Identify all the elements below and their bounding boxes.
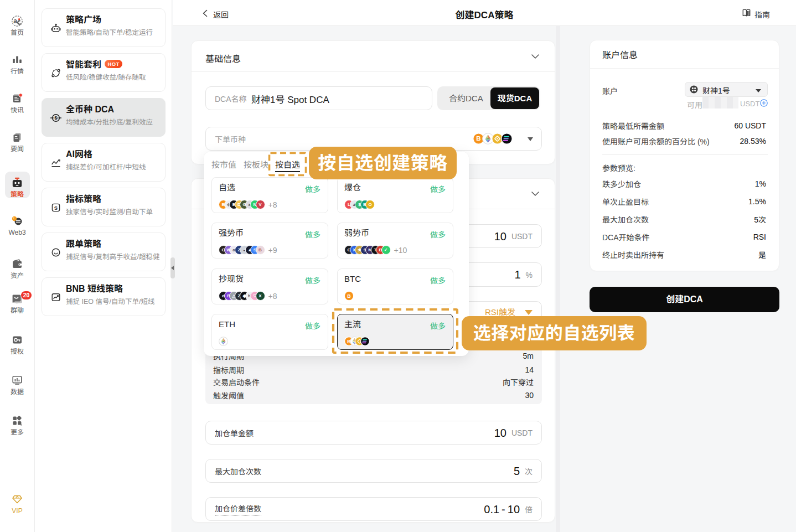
svg-text:a: a [13,17,17,25]
svg-text:B: B [347,293,351,299]
svg-text:B: B [476,135,480,142]
svg-text:$: $ [54,115,58,121]
svg-text:S: S [54,205,58,211]
